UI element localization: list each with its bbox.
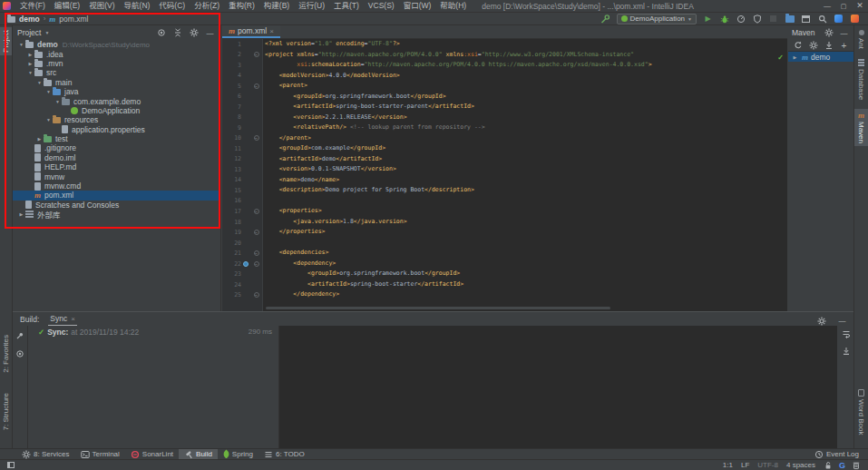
menu-item-c[interactable]: 代码(C) — [154, 0, 190, 12]
menu-item-u[interactable]: 运行(U) — [294, 0, 329, 12]
search-everywhere-button[interactable] — [816, 13, 828, 24]
tree-item-help-md[interactable]: HELP.md — [13, 162, 219, 171]
chevron-down-icon[interactable]: ▼ — [26, 70, 34, 75]
close-button[interactable]: ✕ — [852, 0, 868, 12]
chevron-down-icon[interactable]: ▼ — [17, 42, 25, 47]
collapse-all-button[interactable] — [171, 27, 183, 39]
menu-item-h[interactable]: 帮助(H) — [435, 0, 471, 12]
profiler-button[interactable] — [735, 13, 746, 24]
chevron-right-icon[interactable]: ▶ — [26, 52, 34, 57]
stop-button[interactable] — [767, 13, 779, 24]
chevron-right-icon[interactable]: ▶ — [35, 136, 44, 142]
open-project-button[interactable] — [784, 13, 795, 24]
menu-item-b[interactable]: 构建(B) — [259, 0, 294, 12]
tool-window-button-ant[interactable]: Ant — [854, 27, 868, 52]
menu-item-t[interactable]: 工具(T) — [329, 0, 364, 12]
tool-window-button-terminal[interactable]: Terminal — [75, 449, 125, 459]
fold-icon[interactable]: − — [250, 261, 262, 267]
add-button[interactable]: + — [838, 40, 850, 52]
run-button[interactable]: ▶ — [702, 13, 714, 24]
settings-button[interactable] — [188, 27, 200, 39]
indent-setting[interactable]: 4 spaces — [786, 461, 815, 469]
notifications-icon[interactable] — [852, 461, 861, 470]
tool-window-button-favorites[interactable]: 2: Favorites — [0, 332, 12, 376]
build-console[interactable] — [278, 326, 837, 448]
window-restore-button[interactable] — [800, 13, 812, 24]
breadcrumb-project[interactable]: demo — [19, 15, 40, 24]
chevron-right-icon[interactable]: ▶ — [791, 54, 799, 60]
close-icon[interactable]: × — [71, 315, 75, 323]
coverage-button[interactable] — [751, 13, 763, 24]
chevron-right-icon[interactable]: ▶ — [17, 211, 25, 217]
tool-window-button-8-services[interactable]: 8: Services — [16, 449, 75, 459]
tree-item-demoapplication[interactable]: DemoApplication — [13, 106, 219, 115]
chevron-right-icon[interactable]: ▶ — [26, 61, 34, 66]
soft-wrap-button[interactable] — [840, 328, 852, 339]
lock-icon[interactable] — [824, 461, 833, 470]
plugin-orange-button[interactable] — [849, 13, 861, 24]
tool-window-button-sonarlint[interactable]: SonarLint — [125, 449, 179, 459]
tool-window-button-spring[interactable]: Spring — [218, 449, 258, 459]
hide-button[interactable]: — — [204, 27, 216, 39]
editor-tab-pom-xml[interactable]: m pom.xml × — [222, 25, 280, 38]
tool-window-button-structure[interactable]: 7: Structure — [0, 390, 12, 433]
menu-item-w[interactable]: 窗口(W) — [399, 0, 436, 12]
tree-item-demo[interactable]: ▼demoD:\WorkSpace\Study\demo — [13, 40, 219, 49]
menu-item-n[interactable]: 导航(N) — [120, 0, 155, 12]
tool-window-button-6-todo[interactable]: 6: TODO — [258, 449, 310, 459]
build-tab-sync[interactable]: Sync × — [48, 312, 77, 326]
line-separator[interactable]: LF — [741, 461, 749, 469]
menu-item-z[interactable]: 分析(Z) — [190, 0, 224, 12]
fold-icon[interactable]: − — [250, 230, 262, 235]
maximize-button[interactable]: ▢ — [835, 0, 852, 12]
debug-button[interactable] — [718, 13, 730, 24]
file-encoding[interactable]: UTF-8 — [757, 461, 778, 469]
tree-item-gitignore[interactable]: .gitignore — [13, 143, 219, 152]
chevron-down-icon[interactable]: ▼ — [54, 99, 62, 104]
code-area[interactable]: 1<?xml version="1.0" encoding="UTF-8"?>2… — [222, 39, 787, 311]
menu-item-r[interactable]: 重构(R) — [224, 0, 259, 12]
menu-item-v[interactable]: 视图(V) — [84, 0, 119, 12]
tool-window-button-wordbook[interactable]: Word Book — [854, 387, 868, 437]
project-panel-title[interactable]: Project — [17, 28, 41, 37]
menu-item-f[interactable]: 文件(F) — [15, 0, 50, 12]
breadcrumb-file[interactable]: pom.xml — [59, 15, 88, 24]
tree-item-test[interactable]: ▶test — [13, 134, 219, 143]
refresh-button[interactable] — [792, 40, 804, 52]
tree-item-pom-xml[interactable]: mpom.xml — [13, 191, 219, 200]
download-sources-button[interactable] — [823, 40, 834, 52]
tree-item-mvnw[interactable]: mvnw — [13, 171, 219, 181]
maven-project-demo[interactable]: ▶ m demo — [788, 52, 853, 62]
hide-button[interactable]: — — [838, 27, 850, 39]
tool-window-button-build[interactable]: Build — [179, 449, 218, 459]
minimize-button[interactable]: — — [819, 0, 835, 12]
horizontal-scrollbar[interactable] — [266, 307, 610, 309]
chevron-down-icon[interactable]: ▼ — [44, 117, 53, 122]
plugin-blue-button[interactable] — [833, 13, 844, 24]
close-icon[interactable]: × — [269, 27, 274, 35]
menu-item-vcs-s[interactable]: VCS(S) — [364, 0, 399, 12]
build-sync-row[interactable]: ✓ Sync: at 2019/11/19 14:22 290 ms — [29, 326, 278, 338]
tree-item-resources[interactable]: ▼resources — [13, 115, 219, 124]
pin-button[interactable] — [15, 329, 26, 341]
toolwindow-toggle-icon[interactable] — [7, 462, 15, 468]
chevron-down-icon[interactable]: ▼ — [44, 89, 53, 94]
chevron-down-icon[interactable]: ▼ — [35, 80, 44, 85]
tree-item-mvnw-cmd[interactable]: mvnw.cmd — [13, 181, 219, 191]
caret-position[interactable]: 1:1 — [723, 461, 733, 469]
build-wrench-button[interactable] — [600, 13, 611, 24]
fold-icon[interactable]: − — [250, 292, 262, 298]
tree-item-application-properties[interactable]: application.properties — [13, 125, 219, 134]
tree-item-mvn[interactable]: ▶.mvn — [13, 59, 219, 68]
event-log-button[interactable]: Event Log — [814, 450, 868, 459]
tree-item-demo-iml[interactable]: demo.iml — [13, 153, 219, 162]
fold-icon[interactable]: − — [250, 52, 262, 57]
menu-item-e[interactable]: 编辑(E) — [50, 0, 84, 12]
run-configuration-select[interactable]: DemoApplication ▼ — [617, 14, 697, 24]
editor[interactable]: m pom.xml × 1<?xml version="1.0" encodin… — [222, 25, 787, 311]
fold-icon[interactable]: − — [250, 135, 262, 141]
settings-button[interactable] — [823, 27, 834, 39]
tree-item-main[interactable]: ▼main — [13, 78, 219, 87]
gutter-marker-icon[interactable] — [241, 261, 250, 267]
tool-window-button-database[interactable]: Database — [854, 56, 868, 103]
